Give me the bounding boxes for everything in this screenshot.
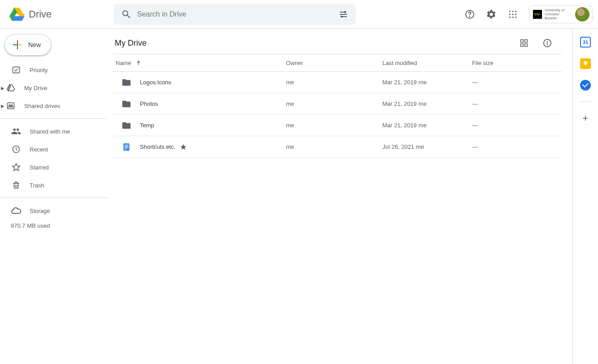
mydrive-icon	[5, 82, 16, 93]
file-modified: Jul 26, 2021me	[382, 143, 472, 150]
svg-marker-29	[8, 85, 11, 91]
svg-rect-42	[123, 143, 129, 151]
priority-icon	[11, 65, 22, 75]
column-modified[interactable]: Last modified	[382, 60, 472, 66]
sidebar-item-label: Recent	[30, 146, 48, 153]
search-icon[interactable]	[117, 5, 135, 23]
file-modified: Mar 21, 2019me	[382, 100, 472, 107]
drive-logo-area[interactable]: Drive	[7, 5, 114, 23]
column-size[interactable]: File size	[472, 60, 562, 66]
org-label: University of Colorado Boulder	[545, 8, 572, 20]
shareddrives-icon	[5, 100, 16, 111]
breadcrumb[interactable]: My Drive	[113, 39, 147, 48]
svg-rect-27	[13, 67, 20, 73]
file-row[interactable]: PhotosmeMar 21, 2019me—	[113, 93, 562, 115]
add-app-icon[interactable]: +	[583, 113, 589, 124]
search-options-icon[interactable]	[334, 5, 352, 23]
folder-icon	[121, 120, 132, 131]
cloud-icon	[11, 205, 22, 216]
file-size: —	[472, 79, 562, 86]
header-icons: University of Colorado Boulder	[461, 5, 594, 23]
new-button[interactable]: New	[4, 34, 51, 56]
file-modified: Mar 21, 2019me	[382, 122, 472, 129]
sidebar-item-sharedwithme[interactable]: Shared with me	[0, 122, 108, 140]
svg-rect-45	[125, 147, 128, 147]
account-chip[interactable]: University of Colorado Boulder	[529, 5, 593, 23]
storage-used: 970.7 MB used	[0, 220, 108, 229]
file-size: —	[472, 122, 562, 129]
breadcrumb-row: My Drive	[113, 32, 562, 54]
settings-icon[interactable]	[482, 5, 500, 23]
sidebar-item-label: My Drive	[24, 85, 47, 91]
svg-rect-35	[521, 40, 524, 43]
svg-rect-15	[341, 16, 342, 17]
search-bar[interactable]	[114, 4, 356, 25]
plus-icon	[12, 39, 23, 50]
sharedwithme-icon	[11, 126, 22, 137]
main: My Drive Name Owner	[108, 29, 598, 364]
tasks-app-icon[interactable]	[580, 80, 591, 91]
svg-point-21	[509, 13, 511, 15]
support-icon[interactable]	[461, 5, 479, 23]
content: My Drive Name Owner	[108, 29, 573, 364]
svg-rect-30	[8, 103, 14, 108]
column-name[interactable]: Name	[113, 59, 286, 66]
trash-icon	[11, 180, 22, 191]
starred-icon	[11, 162, 22, 173]
svg-marker-34	[13, 164, 20, 171]
svg-point-17	[470, 16, 470, 17]
recent-icon	[11, 144, 22, 155]
file-owner: me	[286, 143, 382, 150]
file-row[interactable]: Logos:IconsmeMar 21, 2019me—	[113, 72, 562, 93]
svg-point-31	[9, 105, 10, 106]
sidebar-item-mydrive[interactable]: ▶My Drive	[0, 79, 108, 97]
file-row[interactable]: Shortcuts etc.meJul 26, 2021me—	[113, 136, 562, 158]
sidebar-item-storage[interactable]: Storage	[0, 202, 108, 220]
org-icon	[533, 10, 542, 19]
sidebar-item-starred[interactable]: Starred	[0, 158, 108, 176]
folder-icon	[121, 99, 132, 109]
sidebar-item-label: Storage	[30, 208, 50, 214]
svg-point-24	[509, 17, 511, 18]
column-owner[interactable]: Owner	[286, 60, 382, 66]
divider	[0, 198, 108, 198]
sidebar-item-label: Shared with me	[30, 128, 70, 135]
sidebar-item-shareddrives[interactable]: ▶Shared drives	[0, 97, 108, 115]
folder-icon	[121, 77, 132, 88]
star-icon	[180, 143, 187, 151]
file-name: Logos:Icons	[140, 79, 171, 86]
svg-point-18	[509, 10, 511, 12]
keep-app-icon[interactable]	[580, 58, 591, 69]
search-input[interactable]	[135, 10, 334, 18]
svg-rect-14	[344, 11, 346, 13]
doc-icon	[121, 142, 132, 152]
svg-point-19	[512, 10, 513, 12]
svg-rect-43	[125, 145, 128, 145]
expand-icon: ▶	[0, 104, 5, 108]
grid-view-icon[interactable]	[515, 34, 533, 52]
apps-icon[interactable]	[504, 5, 522, 23]
svg-point-22	[512, 13, 513, 15]
svg-point-20	[515, 10, 516, 12]
details-icon[interactable]	[538, 34, 556, 52]
file-size: —	[472, 143, 562, 150]
sidebar-item-priority[interactable]: Priority	[0, 61, 108, 79]
divider	[580, 101, 591, 102]
file-row[interactable]: TempmeMar 21, 2019me—	[113, 115, 562, 136]
header: Drive University of Colorado Boulder	[0, 0, 598, 29]
file-modified: Mar 21, 2019me	[382, 79, 472, 86]
sidebar-item-trash[interactable]: Trash	[0, 176, 108, 194]
sort-ascending-icon	[135, 59, 142, 66]
file-name: Photos	[140, 100, 158, 107]
svg-rect-44	[125, 146, 128, 146]
sidebar-item-recent[interactable]: Recent	[0, 140, 108, 158]
app-name: Drive	[29, 9, 52, 20]
svg-marker-47	[181, 144, 186, 150]
new-label: New	[28, 41, 41, 48]
file-owner: me	[286, 79, 382, 86]
svg-point-23	[515, 13, 516, 15]
avatar	[575, 7, 589, 22]
svg-point-25	[512, 17, 513, 18]
svg-rect-46	[125, 148, 127, 149]
calendar-app-icon[interactable]: 31	[580, 37, 591, 48]
